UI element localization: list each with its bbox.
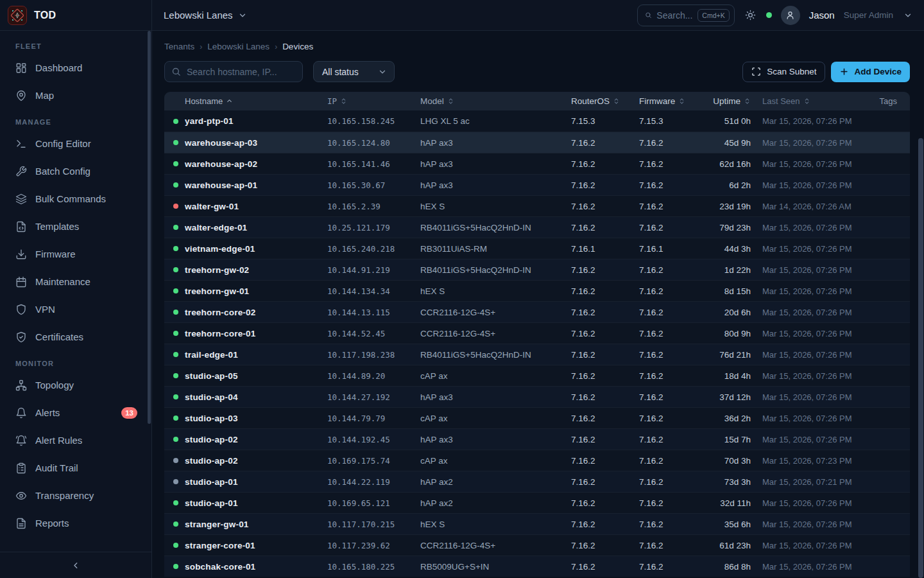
device-last-seen: Mar 15, 2026, 07:26 PM [751,520,859,529]
table-row[interactable]: warehouse-ap-02 10.165.141.46 hAP ax3 7.… [164,153,910,174]
table-row[interactable]: studio-ap-03 10.144.79.79 cAP ax 7.16.2 … [164,407,910,428]
table-row[interactable]: studio-ap-01 10.144.22.119 hAP ax2 7.16.… [164,471,910,492]
global-search-input[interactable]: Search... Cmd+K [637,4,735,26]
table-row[interactable]: walter-gw-01 10.165.2.39 hEX S 7.16.2 7.… [164,195,910,216]
theme-toggle-button[interactable] [744,8,757,22]
breadcrumb-tenants[interactable]: Tenants [164,42,194,51]
sidebar-item-vpn[interactable]: VPN [0,295,146,323]
sidebar-item-templates[interactable]: Templates [0,213,146,240]
table-row[interactable]: stranger-gw-01 10.117.170.215 hEX S 7.16… [164,513,910,534]
sidebar-item-certificates[interactable]: Certificates [0,323,146,351]
table-row[interactable]: sobchak-core-01 10.165.180.225 RB5009UG+… [164,556,910,577]
breadcrumb-tenant-name[interactable]: Lebowski Lanes [207,42,270,51]
sidebar-item-audit-trail[interactable]: Audit Trail [0,454,146,482]
tenant-selector[interactable]: Lebowski Lanes [164,10,247,21]
sidebar-item-maintenance[interactable]: Maintenance [0,268,146,295]
table-row[interactable]: treehorn-core-01 10.144.52.45 CCR2116-12… [164,322,910,344]
search-icon [645,10,652,20]
device-ip: 10.117.239.62 [322,541,416,550]
table-row[interactable]: walter-edge-01 10.25.121.179 RB4011iGS+5… [164,216,910,238]
sidebar-item-alert-rules[interactable]: Alert Rules [0,426,146,454]
sidebar-item-transparency[interactable]: Transparency [0,482,146,509]
page-scrollbar[interactable] [918,138,923,578]
table-row[interactable]: yard-ptp-01 10.165.158.245 LHG XL 5 ac 7… [164,110,910,132]
device-routeros: 7.15.3 [567,116,635,126]
table-row[interactable]: warehouse-ap-01 10.165.30.67 hAP ax3 7.1… [164,174,910,195]
device-routeros: 7.16.2 [567,350,635,360]
eye-icon [15,490,27,502]
device-model: hAP ax3 [416,180,567,190]
device-status-dot [173,394,178,399]
device-routeros: 7.16.2 [567,180,635,190]
sidebar-item-firmware[interactable]: Firmware [0,240,146,268]
device-uptime: 15d 7h [702,435,751,444]
column-header-hostname[interactable]: Hostname [185,96,233,106]
sidebar-item-dashboard[interactable]: Dashboard [0,54,146,82]
sidebar-item-label: Map [35,90,146,101]
sidebar-item-label: Dashboard [35,62,146,73]
device-model: CCR2116-12G-4S+ [416,308,567,317]
device-search-input[interactable]: Search hostname, IP... [164,61,303,82]
main-content: Tenants › Lebowski Lanes › Devices Searc… [152,31,924,578]
sidebar-item-topology[interactable]: Topology [0,371,146,399]
device-status-dot [173,416,178,421]
sidebar-item-batch-config[interactable]: Batch Config [0,157,146,185]
sidebar-nav: FLEETDashboardMapMANAGEConfig EditorBatc… [0,31,151,537]
table-row[interactable]: treehorn-core-02 10.144.13.115 CCR2116-1… [164,301,910,322]
device-routeros: 7.16.2 [567,541,635,550]
sidebar-item-config-editor[interactable]: Config Editor [0,130,146,157]
scan-subnet-button[interactable]: Scan Subnet [742,62,825,82]
sidebar-item-label: Config Editor [35,138,146,149]
column-header-last-seen[interactable]: Last Seen [762,96,810,106]
device-last-seen: Mar 15, 2026, 07:26 PM [751,329,859,338]
column-header-model[interactable]: Model [420,96,454,106]
table-row[interactable]: studio-ap-01 10.169.65.121 hAP ax2 7.16.… [164,492,910,513]
table-row[interactable]: warehouse-ap-03 10.165.124.80 hAP ax3 7.… [164,132,910,153]
user-menu-button[interactable] [902,10,914,21]
user-name: Jason [809,10,835,21]
add-device-button[interactable]: Add Device [831,62,910,82]
device-ip: 10.165.240.218 [322,244,416,254]
device-model: hEX S [416,202,567,211]
column-header-routeros[interactable]: RouterOS [571,96,620,106]
device-firmware: 7.16.1 [635,244,702,254]
device-model: CCR2116-12G-4S+ [416,541,567,550]
scan-icon [751,67,761,76]
device-status-dot [173,500,178,505]
status-filter-select[interactable]: All status [313,61,395,82]
device-routeros: 7.16.2 [567,265,635,275]
sidebar-item-reports[interactable]: Reports [0,509,146,537]
brand: TOD [0,0,152,30]
table-row[interactable]: treehorn-gw-01 10.144.134.34 hEX S 7.16.… [164,280,910,301]
device-uptime: 23d 19h [702,202,751,211]
table-row[interactable]: trail-edge-01 10.117.198.238 RB4011iGS+5… [164,344,910,365]
device-hostname: sobchak-core-01 [185,562,322,572]
sidebar-collapse-button[interactable] [71,561,81,570]
device-ip: 10.144.134.34 [322,286,416,296]
device-model: LHG XL 5 ac [416,116,567,126]
table-row[interactable]: studio-ap-02 10.144.192.45 hAP ax3 7.16.… [164,428,910,450]
device-model: hEX S [416,520,567,529]
sidebar-item-map[interactable]: Map [0,82,146,109]
table-row[interactable]: studio-ap-02 10.169.175.74 cAP ax 7.16.2… [164,450,910,471]
user-avatar[interactable] [781,6,800,25]
column-header-uptime[interactable]: Uptime [713,96,751,106]
device-routeros: 7.16.2 [567,371,635,381]
sidebar-item-bulk-commands[interactable]: Bulk Commands [0,185,146,213]
connection-status-dot [766,12,772,18]
sidebar-scrollbar[interactable] [148,31,151,424]
device-hostname: studio-ap-01 [185,498,322,508]
column-header-firmware[interactable]: Firmware [639,96,685,106]
device-last-seen: Mar 15, 2026, 07:26 PM [751,435,859,444]
column-header-ip[interactable]: IP [327,96,347,106]
device-routeros: 7.16.2 [567,498,635,508]
table-row[interactable]: studio-ap-05 10.144.89.20 cAP ax 7.16.2 … [164,365,910,386]
device-hostname: studio-ap-02 [185,456,322,466]
device-ip: 10.144.13.115 [322,308,416,317]
table-row[interactable]: vietnam-edge-01 10.165.240.218 RB3011UiA… [164,238,910,259]
device-firmware: 7.16.2 [635,520,702,529]
sidebar-item-alerts[interactable]: Alerts13 [0,399,146,426]
table-row[interactable]: treehorn-gw-02 10.144.91.219 RB4011iGS+5… [164,259,910,280]
table-row[interactable]: studio-ap-04 10.144.27.192 hAP ax3 7.16.… [164,386,910,407]
table-row[interactable]: stranger-core-01 10.117.239.62 CCR2116-1… [164,534,910,556]
